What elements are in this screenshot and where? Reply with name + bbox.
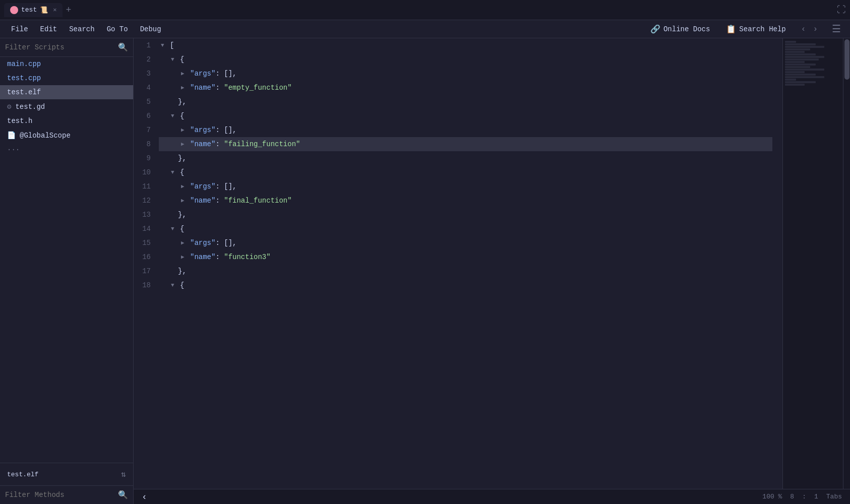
fold-btn-14[interactable]: ▼ [171,222,178,236]
line-num-7: 7 [134,123,155,137]
line-num-17: 17 [134,264,155,278]
expand-btn-3[interactable]: ▶ [181,67,188,81]
menu-goto[interactable]: Go To [102,23,133,35]
titlebar: test 📜 ✕ + ⛶ [0,0,850,20]
scrollbar-thumb[interactable] [844,39,849,80]
file-label: test.elf [7,88,41,96]
filter-methods-input[interactable] [5,491,118,499]
expand-btn-7[interactable]: ▶ [181,123,188,137]
code-line-6: ▼ { [159,109,772,123]
code-line-7: ▶ "args": [], [159,123,772,137]
code-area[interactable]: 1 2 3 4 5 6 7 8 9 10 11 12 13 14 15 16 1… [134,38,850,489]
fold-btn-10[interactable]: ▼ [171,165,178,179]
tab-script-icon: 📜 [40,6,48,14]
current-file-name: test.elf [7,471,117,478]
menu-debug[interactable]: Debug [135,23,166,35]
sidebar: 🔍 main.cpp test.cpp test.elf ⚙ test.gd t… [0,38,134,504]
status-right: 100 % 8 : 1 Tabs [762,493,842,500]
file-item-main-cpp[interactable]: main.cpp [0,57,133,71]
sidebar-bottom: test.elf ⇅ [0,463,133,485]
line-num-4: 4 [134,81,155,95]
file-label: test.gd [15,103,45,111]
code-line-8: ▶ "name": "failing_function" [159,137,772,151]
code-line-4: ▶ "name": "empty_function" [159,81,772,95]
online-docs-button[interactable]: 🔗 Online Docs [646,22,714,36]
code-line-1: ▼ [ [159,38,772,52]
file-item-test-elf[interactable]: test.elf [0,85,133,99]
nav-back-button[interactable]: ‹ [798,24,809,35]
code-line-16: ▶ "name": "function3" [159,250,772,264]
line-num-14: 14 [134,222,155,236]
minimap-line [785,58,819,60]
file-label: main.cpp [7,60,41,68]
current-file-bar: test.elf ⇅ [5,467,128,481]
file-item-test-h[interactable]: test.h [0,114,133,128]
filter-scripts-input[interactable] [5,43,118,51]
sort-button[interactable]: ⇅ [121,469,126,479]
line-num-15: 15 [134,236,155,250]
tabs-label: Tabs [826,493,842,500]
new-tab-button[interactable]: + [66,5,71,15]
fold-btn-1[interactable]: ▼ [161,38,168,52]
status-nav-left[interactable]: ‹ [142,492,147,502]
menu-search[interactable]: Search [64,23,99,35]
code-line-17: }, [159,264,772,278]
menubar: File Edit Search Go To Debug 🔗 Online Do… [0,20,850,38]
filter-methods-search-icon[interactable]: 🔍 [118,490,128,500]
file-label: test.h [7,117,32,125]
file-label: @GlobalScope [20,132,71,140]
tab-close-button[interactable]: ✕ [53,6,56,14]
scrollbar-track[interactable] [843,38,850,489]
active-tab[interactable]: test 📜 ✕ [4,3,63,17]
line-num-10: 10 [134,165,155,179]
expand-btn-15[interactable]: ▶ [181,236,188,250]
line-numbers: 1 2 3 4 5 6 7 8 9 10 11 12 13 14 15 16 1… [134,38,159,489]
fullscreen-button[interactable]: ⛶ [837,5,846,15]
code-line-9: }, [159,151,772,165]
minimap-line [785,66,810,68]
cursor-line: 8 [790,493,794,500]
menu-edit[interactable]: Edit [35,23,63,35]
file-item-test-gd[interactable]: ⚙ test.gd [0,99,133,114]
line-num-9: 9 [134,151,155,165]
file-label: test.cpp [7,74,41,82]
doc-search-icon: 📋 [726,24,736,34]
expand-btn-16[interactable]: ▶ [181,250,188,264]
minimap-line [785,69,824,71]
statusbar: ‹ 100 % 8 : 1 Tabs [134,489,850,504]
expand-btn-11[interactable]: ▶ [181,179,188,194]
file-item-ellipsis[interactable]: ··· [0,143,133,157]
panels-button[interactable]: ☰ [829,22,844,36]
tab-icon [10,6,18,14]
expand-btn-8[interactable]: ▶ [181,137,188,151]
menu-file[interactable]: File [6,23,33,35]
line-num-8: 8 [134,137,155,151]
minimap-content [783,38,843,88]
line-num-13: 13 [134,208,155,222]
code-line-14: ▼ { [159,222,772,236]
minimap-line [785,61,805,63]
code-content[interactable]: ▼ [ ▼ { ▶ "args": [], ▶ [159,38,782,489]
line-num-18: 18 [134,278,155,292]
fold-btn-18[interactable]: ▼ [171,278,178,292]
tab-label: test [21,6,37,14]
filter-search-icon[interactable]: 🔍 [118,42,128,52]
file-item-global-scope[interactable]: 📄 @GlobalScope [0,128,133,143]
fold-btn-2[interactable]: ▼ [171,52,178,67]
search-help-button[interactable]: 📋 Search Help [722,22,790,36]
line-num-5: 5 [134,95,155,109]
nav-forward-button[interactable]: › [810,24,821,35]
main-area: 🔍 main.cpp test.cpp test.elf ⚙ test.gd t… [0,38,850,504]
code-line-11: ▶ "args": [], [159,179,772,194]
expand-btn-12[interactable]: ▶ [181,194,188,208]
code-line-18: ▼ { [159,278,772,292]
file-list: main.cpp test.cpp test.elf ⚙ test.gd tes… [0,57,133,463]
expand-btn-4[interactable]: ▶ [181,81,188,95]
minimap-line [785,81,816,83]
filter-scripts-bar: 🔍 [0,38,133,57]
fold-btn-6[interactable]: ▼ [171,109,178,123]
code-line-15: ▶ "args": [], [159,236,772,250]
file-item-test-cpp[interactable]: test.cpp [0,71,133,85]
gear-icon: ⚙ [7,102,11,111]
minimap-line [785,76,824,78]
